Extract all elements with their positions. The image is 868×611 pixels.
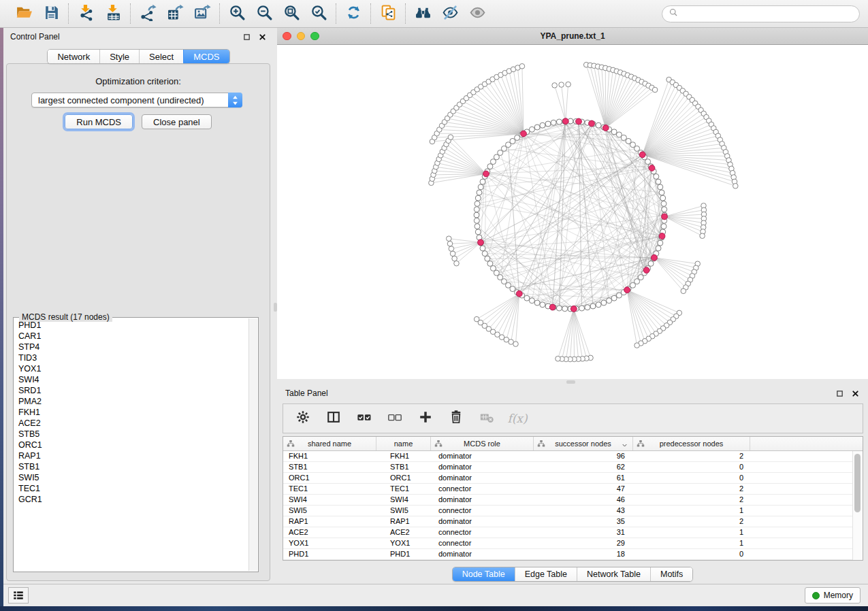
tab-node-table[interactable]: Node Table	[453, 567, 515, 581]
delete-table-icon	[479, 410, 494, 427]
table-row[interactable]: TEC1TEC1connector472	[283, 484, 852, 495]
mcds-result-node[interactable]: ACE2	[14, 418, 248, 429]
toolbar-clone-network-button[interactable]	[377, 3, 399, 24]
mcds-result-node[interactable]: PMA2	[14, 396, 248, 407]
column-header-MCDS-role[interactable]: MCDS role	[431, 437, 534, 450]
toolbar-save-session-button[interactable]	[40, 3, 62, 24]
toolbar-show-all-eye-button	[466, 3, 488, 24]
float-panel-icon[interactable]	[242, 33, 251, 42]
tab-network-table[interactable]: Network Table	[577, 567, 650, 581]
window-minimize-traffic-light[interactable]	[297, 32, 306, 41]
table-row[interactable]: RAP1RAP1dominator352	[283, 516, 852, 527]
run-mcds-button[interactable]: Run MCDS	[65, 114, 133, 129]
toolbar-import-table-button[interactable]	[102, 3, 124, 24]
toolbar-export-table-button[interactable]	[164, 3, 186, 24]
toolbar-open-folder-button[interactable]	[13, 3, 35, 24]
table-row[interactable]: FKH1FKH1dominator962	[283, 451, 852, 462]
table-row[interactable]: STB1STB1dominator620	[283, 462, 852, 473]
table-select-all-button[interactable]	[355, 409, 374, 428]
mcds-result-node[interactable]: TID3	[14, 352, 248, 363]
toolbar-zoom-fit-button[interactable]	[280, 3, 302, 24]
mcds-result-node[interactable]: SRD1	[14, 385, 248, 396]
network-canvas[interactable]	[277, 45, 868, 379]
close-panel-icon[interactable]	[258, 33, 267, 42]
toolbar-apply-layout-button[interactable]	[342, 3, 364, 24]
mcds-result-node[interactable]: ORC1	[14, 440, 248, 450]
tab-style[interactable]: Style	[99, 50, 139, 63]
toolbar-find-binoculars-button[interactable]	[412, 3, 434, 24]
window-maximize-traffic-light[interactable]	[310, 32, 319, 41]
column-header-successor-nodes[interactable]: successor nodes	[534, 437, 633, 450]
network-window-titlebar[interactable]: YPA_prune.txt_1	[277, 28, 868, 45]
select-all-icon	[357, 410, 372, 427]
criterion-select[interactable]: largest connected component (undirected)	[31, 93, 242, 108]
column-header-predecessor-nodes[interactable]: predecessor nodes	[633, 437, 750, 450]
cell-role: dominator	[431, 516, 534, 527]
result-list-scrollbar[interactable]	[248, 318, 257, 571]
mcds-tab-content: Optimization criterion: largest connecte…	[6, 63, 270, 581]
table-row[interactable]: PHD1PHD1dominator180	[283, 549, 852, 560]
tab-edge-table[interactable]: Edge Table	[515, 567, 577, 581]
close-table-panel-icon[interactable]	[851, 389, 860, 398]
toolbar-import-network-button[interactable]	[75, 3, 97, 24]
mcds-result-node[interactable]: CAR1	[14, 331, 248, 342]
network-column-icon	[287, 440, 295, 449]
toolbar-button-groups	[7, 3, 494, 24]
toolbar-export-network-button[interactable]	[137, 3, 159, 24]
vertical-splitter-handle[interactable]	[274, 303, 277, 312]
table-row[interactable]: SWI4SWI4dominator462	[283, 495, 852, 506]
toolbar-zoom-in-button[interactable]	[226, 3, 248, 24]
memory-button[interactable]: Memory	[805, 587, 861, 604]
mcds-result-node[interactable]: SWI4	[14, 374, 248, 385]
mcds-result-list[interactable]: PHD1CAR1STP4TID3YOX1SWI4SRD1PMA2FKH1ACE2…	[14, 320, 248, 571]
task-history-button[interactable]	[8, 587, 29, 604]
gear-icon	[295, 410, 310, 427]
mcds-result-node[interactable]: STB1	[14, 461, 248, 472]
cell-succ: 29	[534, 538, 633, 548]
table-panel: Table Panel f(x) shared namenameMCDS rol…	[277, 384, 868, 584]
table-scrollbar[interactable]	[852, 451, 863, 560]
table-add-column-button[interactable]	[416, 409, 435, 428]
tab-select[interactable]: Select	[139, 50, 183, 63]
table-scrollbar-thumb[interactable]	[854, 454, 861, 512]
mcds-result-node[interactable]: GCR1	[14, 494, 248, 505]
toolbar-export-image-button[interactable]	[191, 3, 213, 24]
mcds-result-node[interactable]: TEC1	[14, 483, 248, 494]
float-table-panel-icon[interactable]	[835, 389, 844, 398]
table-row[interactable]: ORC1ORC1dominator610	[283, 473, 852, 484]
table-rows: FKH1FKH1dominator962STB1STB1dominator620…	[283, 451, 852, 560]
table-gear-button[interactable]	[293, 409, 312, 428]
tab-mcds[interactable]: MCDS	[183, 50, 229, 63]
toolbar-hide-selected-eye-slash-button[interactable]	[439, 3, 461, 24]
mcds-result-node[interactable]: STP4	[14, 342, 248, 352]
cell-name: TEC1	[376, 484, 431, 494]
table-row[interactable]: YOX1YOX1connector291	[283, 538, 852, 549]
search-box[interactable]	[662, 5, 860, 22]
toolbar-zoom-selected-button[interactable]	[308, 3, 329, 24]
cell-pred: 0	[633, 462, 750, 472]
control-panel-title: Control Panel	[10, 32, 60, 42]
column-header-shared-name[interactable]: shared name	[283, 437, 376, 450]
table-delete-column-button[interactable]	[447, 409, 466, 428]
horizontal-splitter-handle[interactable]	[566, 380, 575, 384]
toolbar-zoom-out-button[interactable]	[253, 3, 275, 24]
search-input[interactable]	[682, 9, 853, 18]
table-show-columns-button[interactable]	[324, 409, 343, 428]
mcds-result-node[interactable]: YOX1	[14, 363, 248, 374]
export-table-icon	[167, 4, 184, 24]
tab-motifs[interactable]: Motifs	[650, 567, 692, 581]
mcds-result-node[interactable]: FKH1	[14, 407, 248, 418]
table-toolbar: f(x)	[283, 403, 863, 433]
mcds-result-node[interactable]: STB5	[14, 429, 248, 440]
control-panel-header: Control Panel	[3, 28, 274, 46]
window-close-traffic-light[interactable]	[283, 32, 291, 41]
mcds-result-node[interactable]: RAP1	[14, 450, 248, 461]
mcds-result-node[interactable]: SWI5	[14, 472, 248, 483]
column-header-name[interactable]: name	[376, 437, 431, 450]
table-row[interactable]: SWI5SWI5connector431	[283, 506, 852, 516]
table-deselect-all-button[interactable]	[385, 409, 404, 428]
cell-name: ORC1	[376, 473, 431, 483]
close-panel-button[interactable]: Close panel	[142, 114, 212, 129]
table-row[interactable]: ACE2ACE2connector311	[283, 527, 852, 538]
tab-network[interactable]: Network	[48, 50, 99, 63]
